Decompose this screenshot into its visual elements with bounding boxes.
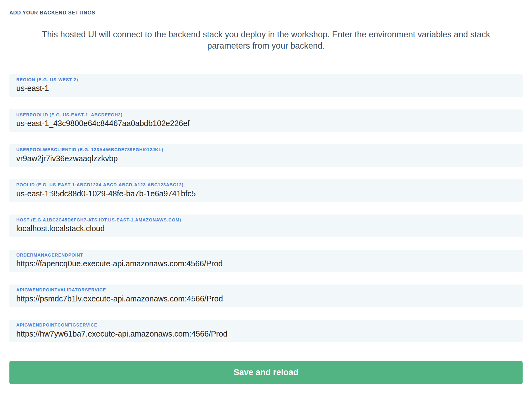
field-userpoolid-label: USERPOOLID (E.G. US-EAST-1_ABCDEFGH2) [16, 112, 516, 118]
field-userpoolwebclientid-label: USERPOOLWEBCLIENTID (E.G. 123A456BCDE789… [16, 147, 516, 153]
field-apigwendpointconfigservice: APIGWENDPOINTCONFIGSERVICE [9, 320, 523, 342]
field-host-label: HOST (E.G.A1BC2C45D6FGH7-ATS.IOT.US-EAST… [16, 217, 516, 223]
field-userpoolid: USERPOOLID (E.G. US-EAST-1_ABCDEFGH2) [9, 109, 523, 132]
field-region-input[interactable] [16, 83, 516, 93]
backend-settings-page: ADD YOUR BACKEND SETTINGS This hosted UI… [0, 0, 532, 409]
field-userpoolid-input[interactable] [16, 119, 516, 128]
field-ordermanagerendpoint-input[interactable] [16, 259, 516, 268]
field-region-label: REGION (E.G. US-WEST-2) [16, 77, 516, 83]
field-region: REGION (E.G. US-WEST-2) [9, 74, 523, 97]
page-title: ADD YOUR BACKEND SETTINGS [9, 10, 523, 16]
field-poolid: POOLID (E.G. US-EAST-1:ABCD1234-ABCD-ABC… [9, 179, 523, 202]
field-userpoolwebclientid-input[interactable] [16, 154, 516, 163]
field-apigwendpointvalidatorservice-input[interactable] [16, 294, 516, 304]
settings-form: REGION (E.G. US-WEST-2) USERPOOLID (E.G.… [9, 74, 523, 342]
field-apigwendpointconfigservice-input[interactable] [16, 329, 516, 339]
field-poolid-label: POOLID (E.G. US-EAST-1:ABCD1234-ABCD-ABC… [16, 182, 516, 188]
field-ordermanagerendpoint-label: ORDERMANAGERENDPOINT [16, 252, 516, 258]
save-and-reload-button[interactable]: Save and reload [9, 361, 523, 384]
field-apigwendpointvalidatorservice: APIGWENDPOINTVALIDATORSERVICE [9, 284, 523, 307]
field-userpoolwebclientid: USERPOOLWEBCLIENTID (E.G. 123A456BCDE789… [9, 144, 523, 167]
field-host: HOST (E.G.A1BC2C45D6FGH7-ATS.IOT.US-EAST… [9, 215, 523, 237]
field-apigwendpointvalidatorservice-label: APIGWENDPOINTVALIDATORSERVICE [16, 287, 516, 293]
field-apigwendpointconfigservice-label: APIGWENDPOINTCONFIGSERVICE [16, 322, 516, 328]
settings-description: This hosted UI will connect to the backe… [28, 29, 504, 52]
field-host-input[interactable] [16, 224, 516, 233]
field-ordermanagerendpoint: ORDERMANAGERENDPOINT [9, 250, 523, 272]
field-poolid-input[interactable] [16, 189, 516, 199]
